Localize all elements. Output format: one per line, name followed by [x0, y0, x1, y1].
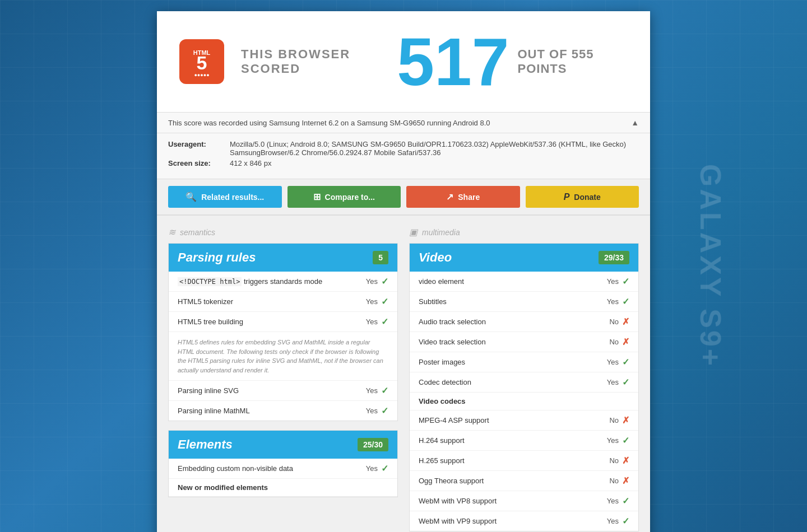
item-result: Yes ✓ [590, 357, 629, 367]
screen-label: Screen size: [168, 159, 224, 167]
parsing-rules-title: Parsing rules [178, 250, 256, 265]
item-result: Yes ✓ [349, 316, 388, 327]
elements-title: Elements [178, 437, 233, 452]
item-result: Yes ✓ [349, 463, 388, 474]
semantics-category: ≋ semantics [168, 227, 398, 237]
item-result: Yes ✓ [349, 405, 388, 416]
elements-subsection: New or modified elements [169, 479, 397, 497]
checkmark-icon: ✓ [622, 296, 629, 307]
list-item: H.264 support Yes ✓ [410, 431, 638, 451]
result-text: No [609, 456, 619, 465]
screen-value: 412 x 846 px [230, 159, 271, 167]
list-item: video element Yes ✓ [410, 272, 638, 292]
result-text: Yes [607, 517, 619, 525]
share-button[interactable]: ↗ Share [406, 186, 520, 208]
list-item: Parsing inline SVG Yes ✓ [169, 381, 397, 401]
item-label: Audio track selection [419, 318, 486, 326]
related-results-button[interactable]: 🔍 Related results... [168, 186, 282, 208]
video-items: video element Yes ✓ Subtitles Yes ✓ [410, 272, 638, 531]
cross-icon: ✗ [622, 316, 629, 327]
multimedia-icon: ▣ [409, 227, 418, 237]
compare-label: Compare to... [325, 193, 375, 202]
item-label: HTML5 tree building [178, 318, 243, 326]
result-text: No [609, 338, 619, 346]
svg-text:5: 5 [197, 52, 207, 73]
svg-text:●●●●●: ●●●●● [194, 72, 209, 78]
score-text-group: THIS BROWSER SCORED 517 OUT OF 555 POINT… [241, 28, 628, 95]
checkmark-icon: ✓ [622, 357, 629, 367]
content-area: ≋ semantics Parsing rules 5 <!DOCTYPE ht… [157, 216, 650, 532]
list-item: Ogg Theora support No ✗ [410, 471, 638, 491]
item-result: No ✗ [590, 455, 629, 466]
multimedia-label: multimedia [422, 228, 460, 237]
useragent-value: Mozilla/5.0 (Linux; Android 8.0; SAMSUNG… [230, 140, 639, 157]
details-section: Useragent: Mozilla/5.0 (Linux; Android 8… [157, 133, 650, 179]
checkmark-icon: ✓ [622, 377, 629, 388]
list-item: HTML5 tokenizer Yes ✓ [169, 292, 397, 312]
item-label: H.264 support [419, 436, 465, 445]
screen-row: Screen size: 412 x 846 px [168, 159, 639, 167]
result-text: Yes [366, 297, 378, 306]
donate-button[interactable]: P Donate [526, 186, 639, 208]
result-text: Yes [607, 378, 619, 386]
item-result: No ✗ [590, 316, 629, 327]
item-label: Codec detection [419, 378, 471, 386]
semantics-label: semantics [180, 228, 215, 237]
video-score: 29/33 [599, 251, 629, 264]
item-result: Yes ✓ [349, 276, 388, 287]
video-codecs-subsection: Video codecs [410, 393, 638, 410]
cross-icon: ✗ [622, 415, 629, 426]
item-label: H.265 support [419, 456, 465, 465]
compare-button[interactable]: ⊞ Compare to... [287, 186, 401, 208]
post-score-label: OUT OF 555 POINTS [517, 47, 628, 76]
item-label: video element [419, 277, 464, 286]
checkmark-icon: ✓ [622, 516, 629, 526]
list-item: <!DOCTYPE html> triggers standards mode … [169, 272, 397, 292]
cross-icon: ✗ [622, 455, 629, 466]
semantics-icon: ≋ [168, 227, 175, 237]
info-bar: This score was recorded using Samsung In… [157, 113, 650, 133]
multimedia-category: ▣ multimedia [409, 227, 639, 237]
item-label: Embedding custom non-visible data [178, 464, 293, 473]
result-text: Yes [366, 277, 378, 286]
item-label: Ogg Theora support [419, 477, 484, 485]
result-text: Yes [607, 497, 619, 505]
result-text: Yes [366, 464, 378, 473]
checkmark-icon: ✓ [381, 405, 388, 416]
result-text: Yes [366, 318, 378, 326]
useragent-row: Useragent: Mozilla/5.0 (Linux; Android 8… [168, 140, 639, 157]
list-item: Poster images Yes ✓ [410, 352, 638, 372]
result-text: No [609, 477, 619, 485]
related-label: Related results... [201, 193, 264, 202]
list-item: HTML5 tree building Yes ✓ [169, 312, 397, 332]
result-text: Yes [366, 386, 378, 395]
paypal-icon: P [564, 192, 570, 202]
video-header: Video 29/33 [410, 244, 638, 272]
list-item: WebM with VP8 support Yes ✓ [410, 491, 638, 511]
checkmark-icon: ✓ [381, 296, 388, 307]
list-item: Codec detection Yes ✓ [410, 372, 638, 393]
elements-block: Elements 25/30 Embedding custom non-visi… [168, 430, 398, 497]
doctype-code: <!DOCTYPE html> [178, 277, 242, 286]
pre-score-label: THIS BROWSER SCORED [241, 47, 388, 76]
checkmark-icon: ✓ [381, 463, 388, 474]
score-number: 517 [397, 28, 509, 95]
video-block: Video 29/33 video element Yes ✓ Subtitle… [409, 243, 639, 531]
html5-logo: HTML 5 ●●●●● [179, 39, 224, 84]
score-header: HTML 5 ●●●●● THIS BROWSER SCORED 517 OUT… [157, 11, 650, 113]
result-text: Yes [607, 277, 619, 286]
right-column: ▣ multimedia Video 29/33 video element Y… [404, 216, 639, 532]
list-item: WebM with VP9 support Yes ✓ [410, 511, 638, 531]
expand-icon[interactable]: ▲ [631, 118, 639, 127]
share-icon: ↗ [446, 192, 453, 202]
item-label: WebM with VP9 support [419, 517, 497, 525]
checkmark-icon: ✓ [381, 316, 388, 327]
parsing-rules-block: Parsing rules 5 <!DOCTYPE html> triggers… [168, 243, 398, 421]
item-label: Poster images [419, 358, 465, 366]
parsing-rules-score: 5 [373, 251, 388, 264]
list-item: Parsing inline MathML Yes ✓ [169, 401, 397, 421]
checkmark-icon: ✓ [622, 496, 629, 506]
item-result: Yes ✓ [590, 435, 629, 446]
list-item: Subtitles Yes ✓ [410, 292, 638, 312]
item-label: <!DOCTYPE html> triggers standards mode [178, 277, 322, 286]
